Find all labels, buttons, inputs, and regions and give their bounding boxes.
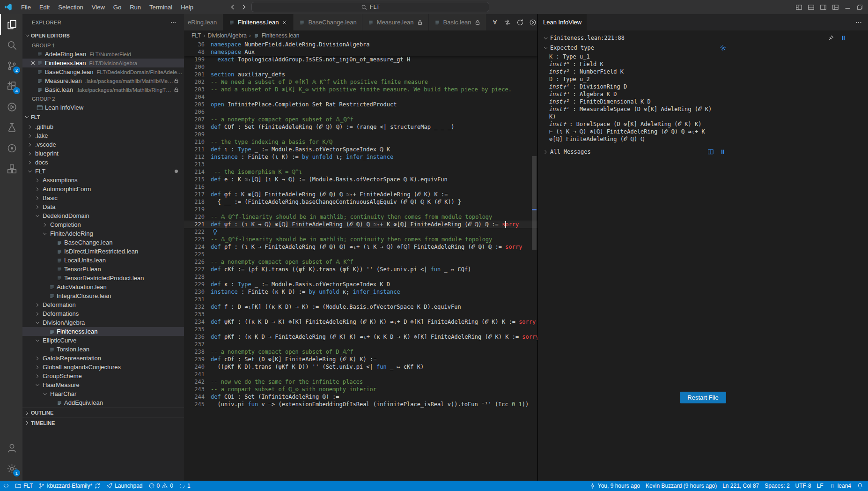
open-editor-item[interactable]: Measure.lean.lake/packages/mathlib/Mathl… — [22, 76, 184, 85]
activity-remote-explorer[interactable] — [0, 158, 22, 179]
restore-icon[interactable] — [856, 4, 863, 11]
status-commit[interactable]: You, 9 hours ago — [587, 481, 643, 491]
menu-file[interactable]: File — [17, 2, 35, 12]
activity-accounts[interactable] — [0, 438, 22, 458]
code-line[interactable]: 221def ψf : (ι K → ℚ) ⊗[ℚ] FiniteAdeleRi… — [184, 221, 537, 228]
activity-testing[interactable] — [0, 117, 22, 138]
tab-measure-lean[interactable]: Measure.lean — [362, 14, 429, 30]
tree-folder-flt[interactable]: FLT — [22, 167, 184, 176]
code-line[interactable]: 214 -- the isomorphism K = ℚ^ι — [184, 168, 537, 176]
tree-folder-finiteadelering[interactable]: FiniteAdeleRing — [22, 229, 184, 238]
code-line[interactable]: 212instance : Finite (ι K) := by unfold … — [184, 153, 537, 161]
tree-file-finiteness-lean[interactable]: Finiteness.lean — [22, 327, 184, 336]
all-messages-header[interactable]: All Messages — [543, 148, 726, 156]
code-line[interactable]: 242-- now we do the same for the infinit… — [184, 378, 537, 386]
tree-folder-blueprint[interactable]: blueprint — [22, 149, 184, 158]
menu-view[interactable]: View — [88, 2, 109, 12]
breadcrumb-item-file[interactable]: Finiteness.lean — [262, 32, 300, 39]
activity-extensions[interactable]: 4 — [0, 76, 22, 97]
tree-folder-ellipticcurve[interactable]: EllipticCurve — [22, 336, 184, 345]
pin-icon[interactable] — [828, 35, 834, 41]
code-line[interactable]: 223-- 𝔸_ℚ^f-linearity should be in mathl… — [184, 236, 537, 243]
sticky-line[interactable]: 36namespace NumberField.AdeleRing.Divisi… — [184, 41, 537, 48]
tree-folder-haarchar[interactable]: HaarChar — [22, 389, 184, 398]
menu-terminal[interactable]: Terminal — [146, 2, 176, 12]
code-line[interactable]: 235 — [184, 326, 537, 333]
code-line[interactable]: 210-- the type indexing a basis for K/ℚ — [184, 138, 537, 146]
pause-icon[interactable] — [720, 149, 726, 155]
code-line[interactable]: 238-- a nonempty compact open subset of … — [184, 348, 537, 356]
nav-back-icon[interactable] — [229, 3, 236, 11]
close-icon[interactable] — [29, 60, 37, 67]
code-line[interactable]: 203-- and a subset of D ⊗[K] K_∞ with po… — [184, 86, 537, 93]
status-workspace[interactable]: FLT — [12, 481, 36, 491]
code-line[interactable]: 200 — [184, 63, 537, 71]
code-line[interactable]: 226-- a nonempty compact open subset of … — [184, 258, 537, 266]
code-line[interactable]: 243-- a compact subset of ℚ_∞ with nonem… — [184, 386, 537, 393]
tree-folder--vscode[interactable]: .vscode — [22, 140, 184, 149]
code-line[interactable]: 234def ψKf : ((κ K D → K) ⊗[K] FiniteAde… — [184, 318, 537, 326]
code-line[interactable]: 211def ι : Type _ := Module.Basis.ofVect… — [184, 146, 537, 153]
code-line[interactable]: 231 — [184, 296, 537, 303]
sticky-line[interactable]: 48namespace Aux — [184, 48, 537, 56]
tree-file-torsion-lean[interactable]: Torsion.lean — [22, 345, 184, 354]
code-line[interactable]: 209 — [184, 131, 537, 138]
minimize-icon[interactable] — [844, 4, 851, 11]
settings-gear-icon[interactable] — [720, 45, 726, 51]
tab-ering-lean[interactable]: eRing.lean — [184, 14, 223, 30]
code-line[interactable]: 239def cDf : Set (D ⊗[K] FiniteAdeleRing… — [184, 356, 537, 363]
code-line[interactable]: 199 exact TopologicalAddGroup.IsSES.not_… — [184, 56, 537, 63]
tree-folder-galoisrepresentation[interactable]: GaloisRepresentation — [22, 354, 184, 363]
status-indentation[interactable]: Spaces: 2 — [762, 481, 792, 491]
status-launchpad[interactable]: Launchpad — [103, 481, 145, 491]
open-editor-item[interactable]: Lean InfoView — [22, 103, 184, 112]
breadcrumb-item-root[interactable]: FLT — [191, 32, 201, 39]
code-line[interactable]: 229def κ : Type _ := Module.Basis.ofVect… — [184, 281, 537, 288]
more-actions-icon[interactable] — [170, 19, 177, 26]
tree-folder-divisionalgebra[interactable]: DivisionAlgebra — [22, 318, 184, 327]
customize-layout-icon[interactable] — [832, 4, 839, 11]
layout-grid-icon[interactable] — [795, 4, 802, 11]
tree-file-tensorrestrictedproduct-lean[interactable]: TensorRestrictedProduct.lean — [22, 274, 184, 283]
timeline-header[interactable]: TIMELINE — [22, 417, 184, 428]
tree-folder-deformation[interactable]: Deformation — [22, 300, 184, 309]
editor-scrollbar[interactable] — [531, 41, 537, 481]
code-line[interactable]: 220-- 𝔸_ℚ^f-linearity should be in mathl… — [184, 213, 537, 221]
tree-file-basechange-lean[interactable]: BaseChange.lean — [22, 238, 184, 247]
tab-finiteness-lean[interactable]: Finiteness.lean — [223, 14, 294, 30]
close-icon[interactable] — [281, 19, 288, 26]
compare-icon[interactable] — [504, 19, 511, 26]
code-line[interactable]: 202-- We need a subset of D ⊗[K] 𝔸_K^f w… — [184, 78, 537, 86]
outline-header[interactable]: OUTLINE — [22, 407, 184, 417]
activity-settings[interactable]: 1 — [0, 458, 22, 479]
status-encoding[interactable]: UTF-8 — [793, 481, 814, 491]
code-line[interactable]: 232def f : D ≃ₗ[K] ((κ K D) → K) := (Mod… — [184, 303, 537, 311]
code-line[interactable]: 245 (univ.pi fun v => (extensionEmbeddin… — [184, 401, 537, 408]
code-editor[interactable]: 36namespace NumberField.AdeleRing.Divisi… — [184, 41, 537, 481]
tab-lean-infoview[interactable]: Lean InfoView — [538, 14, 587, 30]
tab-basic-lean[interactable]: Basic.lean — [429, 14, 486, 30]
restart-file-button[interactable]: Restart File — [680, 392, 726, 403]
menu-go[interactable]: Go — [110, 2, 125, 12]
tree-folder-haarmeasure[interactable]: HaarMeasure — [22, 380, 184, 389]
code-line[interactable]: 225 — [184, 251, 537, 258]
tree-folder--github[interactable]: .github — [22, 122, 184, 131]
layout-sidebar-right-icon[interactable] — [820, 4, 827, 11]
nav-forward-icon[interactable] — [240, 3, 248, 11]
lightbulb-icon[interactable] — [212, 229, 218, 235]
expected-type-header[interactable]: Expected type — [543, 44, 726, 52]
menu-edit[interactable]: Edit — [36, 2, 53, 12]
activity-run-debug[interactable] — [0, 97, 22, 117]
code-line[interactable]: 224def ρf : (ι K → FiniteAdeleRing (𝓞 ℚ)… — [184, 243, 537, 251]
pause-icon[interactable] — [840, 35, 846, 41]
menu-run[interactable]: Run — [126, 2, 145, 12]
tree-folder-automorphicform[interactable]: AutomorphicForm — [22, 185, 184, 193]
tree-file-integralclosure-lean[interactable]: IntegralClosure.lean — [22, 291, 184, 300]
status-cursor-position[interactable]: Ln 221, Col 87 — [720, 481, 762, 491]
code-line[interactable]: 215def e : K ≃ₗ[ℚ] (ι K → ℚ) := (Module.… — [184, 176, 537, 183]
code-line[interactable]: 216 — [184, 183, 537, 191]
layout-panel-icon[interactable] — [808, 4, 815, 11]
open-editor-item[interactable]: Finiteness.leanFLT/DivisionAlgebra — [22, 59, 184, 67]
tree-folder-deformations[interactable]: Deformations — [22, 309, 184, 318]
menu-selection[interactable]: Selection — [54, 2, 87, 12]
